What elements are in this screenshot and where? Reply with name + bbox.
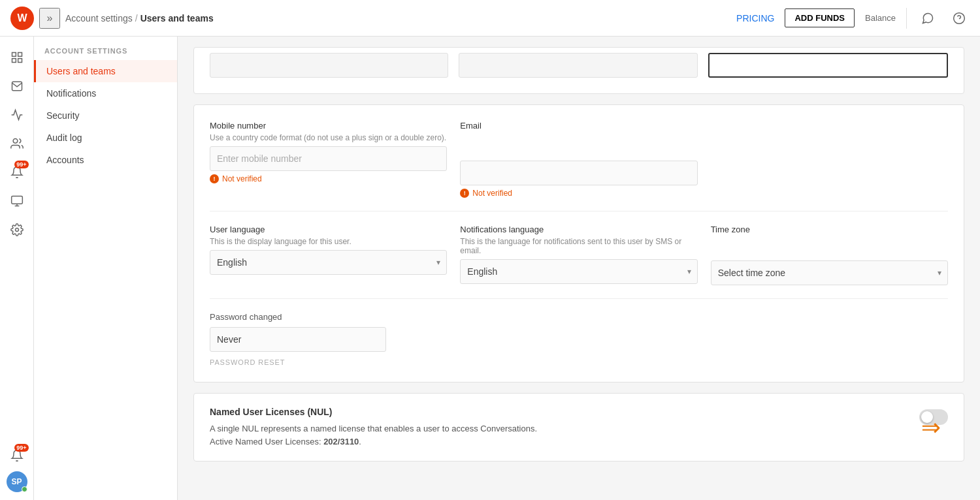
email-warn-icon: ! (460, 189, 469, 198)
sidebar-item-security[interactable]: Security (34, 104, 177, 127)
mobile-not-verified-text: Not verified (222, 174, 262, 183)
bell-bottom-badge: 99+ (14, 444, 28, 452)
app-layout: 99+ 99+ SP AC (0, 37, 980, 500)
main-content: Mobile number Use a country code format … (178, 37, 980, 500)
megaphone-icon[interactable] (917, 8, 938, 29)
sidebar-item-notifications[interactable]: Notifications (34, 82, 177, 104)
expand-button[interactable]: » (39, 8, 60, 29)
header-divider (906, 8, 907, 29)
user-language-select-wrapper: English Spanish French German ▾ (210, 250, 447, 275)
sidebar-item-audit-log[interactable]: Audit log (34, 127, 177, 149)
email-label: Email (460, 121, 697, 131)
notification-badge: 99+ (14, 161, 28, 168)
divider-1 (210, 211, 948, 211)
pricing-link[interactable]: PRICING (736, 13, 774, 23)
sidebar-item-accounts[interactable]: Accounts (34, 149, 177, 171)
user-language-field: User language This is the display langua… (210, 225, 447, 285)
notifications-language-select-wrapper: English Spanish French German ▾ (460, 259, 697, 284)
nul-description-part2: Active Named User Licenses: (210, 437, 323, 446)
email-field: Email ! Not verified (460, 121, 697, 198)
mobile-number-field: Mobile number Use a country code format … (210, 121, 447, 198)
contacts-nav-icon[interactable] (4, 131, 30, 157)
svg-rect-4 (18, 59, 22, 63)
balance-link[interactable]: Balance (865, 13, 896, 23)
svg-point-7 (13, 139, 18, 144)
spacer-col (711, 121, 948, 198)
mobile-label: Mobile number (210, 121, 447, 131)
dashboard-nav-icon[interactable] (4, 44, 30, 70)
partial-input-1[interactable] (210, 53, 448, 78)
mobile-not-verified: ! Not verified (210, 174, 447, 183)
password-section: Password changed Never PASSWORD RESET (210, 312, 948, 366)
logo-icon[interactable]: W (10, 7, 34, 30)
password-changed-value: Never (210, 327, 386, 352)
notifications-language-select[interactable]: English Spanish French German (460, 259, 697, 284)
partial-input-3[interactable] (708, 53, 948, 78)
timezone-select-wrapper: Select time zone UTC US/Eastern US/Pacif… (711, 260, 948, 285)
svg-rect-8 (11, 196, 22, 204)
nul-description-part1: A single NUL represents a named license … (210, 424, 537, 433)
breadcrumb-parent[interactable]: Account settings (65, 13, 133, 23)
nul-count: 202/3110 (323, 437, 359, 446)
notifications-language-field: Notifications language This is the langu… (460, 225, 697, 285)
svg-point-0 (954, 12, 965, 23)
bell-bottom-nav-icon[interactable]: 99+ (4, 443, 30, 469)
nul-description: A single NUL represents a named license … (210, 422, 537, 448)
sidebar-section-title: ACCOUNT SETTINGS (34, 47, 177, 60)
notifications-language-hint: This is the language for notifications s… (460, 237, 697, 255)
svg-rect-5 (12, 59, 16, 63)
settings-nav-icon[interactable] (4, 217, 30, 243)
sidebar: ACCOUNT SETTINGS Users and teams Notific… (34, 37, 178, 500)
arrow-pointer-icon: ⇐ (921, 414, 941, 441)
mobile-input[interactable] (210, 146, 447, 171)
password-reset-button[interactable]: PASSWORD RESET (210, 358, 948, 366)
email-input[interactable] (460, 161, 697, 185)
nul-content: Named User Licenses (NUL) A single NUL r… (210, 407, 537, 448)
breadcrumb-separator: / (135, 13, 138, 23)
breadcrumb: Account settings / Users and teams (65, 13, 214, 23)
user-language-select[interactable]: English Spanish French German (210, 250, 447, 275)
sidebar-item-users-and-teams[interactable]: Users and teams (34, 60, 177, 82)
password-changed-label: Password changed (210, 312, 948, 322)
mobile-email-row: Mobile number Use a country code format … (210, 121, 948, 198)
user-language-label: User language (210, 225, 447, 234)
mobile-hint: Use a country code format (do not use a … (210, 133, 447, 142)
inbox-nav-icon[interactable] (4, 73, 30, 99)
svg-point-11 (15, 228, 18, 232)
icon-nav: 99+ 99+ SP (0, 37, 34, 500)
avatar-online-dot (22, 486, 27, 492)
top-header: W » Account settings / Users and teams P… (0, 0, 980, 37)
nul-count-suffix: . (359, 437, 361, 446)
email-not-verified-text: Not verified (472, 189, 512, 198)
divider-2 (210, 298, 948, 299)
main-form-card: Mobile number Use a country code format … (193, 104, 964, 383)
svg-rect-2 (12, 53, 16, 57)
email-not-verified: ! Not verified (460, 189, 697, 198)
user-language-hint: This is the display language for this us… (210, 237, 447, 246)
mobile-warn-icon: ! (210, 174, 219, 183)
icon-nav-bottom: 99+ SP (4, 443, 30, 492)
analytics-nav-icon[interactable] (4, 102, 30, 128)
nul-title: Named User Licenses (NUL) (210, 407, 537, 417)
breadcrumb-current: Users and teams (140, 13, 214, 23)
notifications-language-label: Notifications language (460, 225, 697, 234)
language-timezone-row: User language This is the display langua… (210, 225, 948, 285)
notifications-nav-icon[interactable]: 99+ (4, 159, 30, 185)
timezone-select[interactable]: Select time zone UTC US/Eastern US/Pacif… (711, 260, 948, 285)
nul-card: Named User Licenses (NUL) A single NUL r… (193, 393, 964, 461)
svg-rect-3 (18, 53, 22, 57)
user-avatar[interactable]: SP (7, 471, 27, 492)
timezone-field: Time zone Select time zone UTC US/Easter… (711, 225, 948, 285)
partial-input-2[interactable] (459, 53, 697, 78)
top-partial-card (193, 47, 964, 94)
timezone-label: Time zone (711, 225, 948, 234)
campaigns-nav-icon[interactable] (4, 188, 30, 214)
help-icon[interactable] (949, 8, 970, 29)
header-right: PRICING ADD FUNDS Balance (736, 8, 970, 29)
add-funds-button[interactable]: ADD FUNDS (785, 8, 855, 27)
